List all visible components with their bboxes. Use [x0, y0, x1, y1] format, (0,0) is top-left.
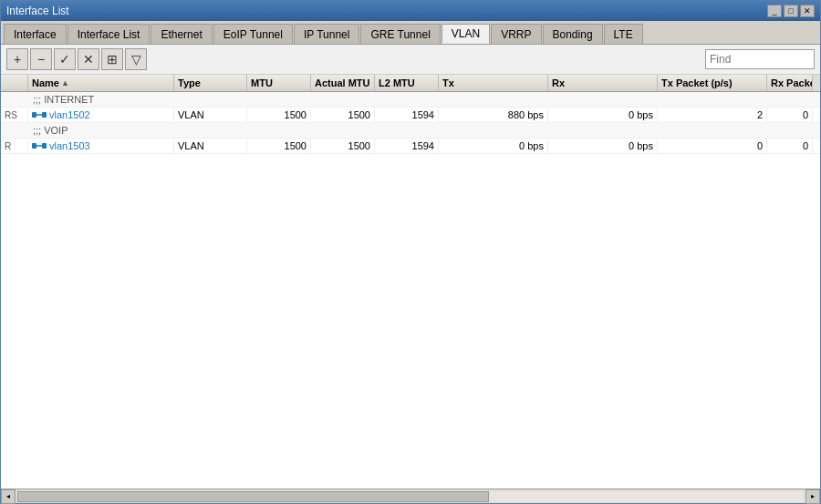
interface-icon-2: [32, 140, 47, 151]
remove-button[interactable]: −: [30, 48, 52, 70]
interface-icon-1: [32, 109, 47, 120]
disable-button[interactable]: ✕: [78, 48, 99, 70]
row-rx-packet-1: 0: [767, 108, 813, 122]
tab-vrrp[interactable]: VRRP: [491, 24, 541, 44]
tab-vlan[interactable]: VLAN: [442, 24, 490, 44]
table-row[interactable]: R vlan1503 VLAN 1500: [1, 139, 820, 154]
tab-bonding[interactable]: Bonding: [543, 24, 603, 44]
sort-arrow-name: ▲: [61, 78, 69, 87]
col-status: [1, 75, 28, 91]
tab-ip-tunnel[interactable]: IP Tunnel: [294, 24, 359, 44]
scroll-left-button[interactable]: ◂: [1, 489, 16, 504]
col-l2-mtu[interactable]: L2 MTU: [375, 75, 439, 91]
col-type[interactable]: Type: [174, 75, 247, 91]
col-rx-packet[interactable]: Rx Packet (p/s): [767, 75, 813, 91]
tab-gre-tunnel[interactable]: GRE Tunnel: [360, 24, 440, 44]
content-area: Name ▲ Type MTU Actual MTU L2 MTU Tx Rx: [1, 75, 820, 489]
filter-button[interactable]: ▽: [125, 48, 147, 70]
col-rx[interactable]: Rx: [548, 75, 658, 91]
copy-button[interactable]: ⊞: [101, 48, 123, 70]
window-title: Interface List: [6, 5, 69, 17]
row-tx-2: 0 bps: [439, 139, 548, 153]
row-mtu-1: 1500: [247, 108, 311, 122]
table-header: Name ▲ Type MTU Actual MTU L2 MTU Tx Rx: [1, 75, 820, 92]
svg-rect-3: [32, 143, 36, 149]
svg-rect-4: [42, 143, 47, 149]
row-name-1: vlan1502: [28, 108, 174, 122]
row-type-1: VLAN: [174, 108, 247, 122]
svg-rect-1: [42, 112, 47, 118]
find-input[interactable]: [705, 49, 815, 69]
table-row[interactable]: RS vlan1502 VLAN 1500: [1, 108, 820, 123]
tab-ethernet[interactable]: Ethernet: [151, 24, 212, 44]
row-tx-packet-1: 2: [658, 108, 767, 122]
main-window: Interface List _ □ ✕ Interface Interface…: [0, 0, 821, 504]
col-actual-mtu[interactable]: Actual MTU: [311, 75, 375, 91]
svg-rect-0: [32, 112, 36, 118]
tab-interface[interactable]: Interface: [4, 24, 67, 44]
maximize-button[interactable]: □: [784, 5, 798, 17]
tab-lte[interactable]: LTE: [604, 24, 643, 44]
enable-button[interactable]: ✓: [54, 48, 76, 70]
row-l2-mtu-2: 1594: [375, 139, 439, 153]
row-rx-1: 0 bps: [548, 108, 658, 122]
group-internet: ;;; INTERNET: [1, 92, 820, 108]
add-button[interactable]: +: [6, 48, 28, 70]
row-tx-packet-2: 0: [658, 139, 767, 153]
minimize-button[interactable]: _: [767, 5, 782, 17]
col-tx[interactable]: Tx: [439, 75, 548, 91]
row-tx-1: 880 bps: [439, 108, 548, 122]
col-tx-packet[interactable]: Tx Packet (p/s): [658, 75, 767, 91]
row-name-2: vlan1503: [28, 139, 174, 153]
tabs-bar: Interface Interface List Ethernet EoIP T…: [1, 21, 820, 45]
row-rx-2: 0 bps: [548, 139, 658, 153]
col-mtu[interactable]: MTU: [247, 75, 311, 91]
group-voip: ;;; VOIP: [1, 123, 820, 139]
title-bar: Interface List _ □ ✕: [1, 1, 820, 21]
row-l2-mtu-1: 1594: [375, 108, 439, 122]
row-status-1: RS: [1, 108, 28, 122]
scroll-right-button[interactable]: ▸: [805, 489, 820, 504]
scroll-track[interactable]: [17, 491, 804, 502]
tab-eoip-tunnel[interactable]: EoIP Tunnel: [213, 24, 293, 44]
tab-interface-list[interactable]: Interface List: [68, 24, 151, 44]
close-button[interactable]: ✕: [800, 5, 815, 17]
toolbar: + − ✓ ✕ ⊞ ▽: [1, 45, 820, 75]
row-status-2: R: [1, 139, 28, 153]
row-actual-mtu-2: 1500: [311, 139, 375, 153]
scroll-thumb[interactable]: [17, 491, 489, 502]
row-type-2: VLAN: [174, 139, 247, 153]
col-name[interactable]: Name ▲: [28, 75, 174, 91]
row-rx-packet-2: 0: [767, 139, 813, 153]
row-actual-mtu-1: 1500: [311, 108, 375, 122]
horizontal-scrollbar[interactable]: ◂ ▸: [1, 489, 820, 503]
table-body: ;;; INTERNET RS vlan1502: [1, 92, 820, 489]
row-mtu-2: 1500: [247, 139, 311, 153]
title-bar-buttons: _ □ ✕: [767, 5, 815, 17]
